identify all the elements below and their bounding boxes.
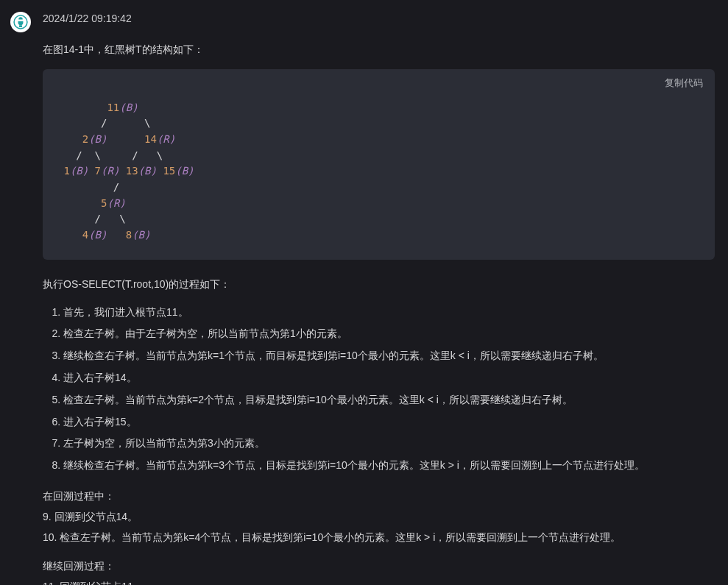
- list-item: 继续检查右子树。当前节点为第k=1个节点，而目标是找到第i=10个最小的元素。这…: [63, 347, 715, 365]
- tree-node-color: (B): [88, 229, 107, 241]
- list-item: 继续检查右子树。当前节点为第k=3个节点，目标是找到第i=10个最小的元素。这里…: [63, 457, 715, 475]
- tree-node-number: 1: [63, 165, 69, 177]
- backtrack-line: 9. 回溯到父节点14。: [43, 508, 715, 526]
- assistant-logo-icon: [13, 14, 29, 30]
- tree-node-color: (R): [101, 165, 119, 177]
- message-body: 在图14-1中，红黑树T的结构如下： 复制代码 11(B) / \ 2(B) 1…: [43, 41, 715, 585]
- intro-paragraph: 在图14-1中，红黑树T的结构如下：: [43, 41, 715, 59]
- exec-intro: 执行OS-SELECT(T.root,10)的过程如下：: [43, 276, 715, 294]
- tree-node-color: (R): [157, 133, 175, 145]
- backtrack-block-2: 继续回溯过程： 11. 回溯到父节点11。12. 检查左子树。当前节点为第k=5…: [43, 558, 715, 585]
- tree-node-number: 4: [82, 229, 88, 241]
- tree-node-number: 13: [126, 165, 138, 177]
- list-item: 检查左子树。当前节点为第k=2个节点，目标是找到第i=10个最小的元素。这里k …: [63, 391, 715, 409]
- tree-node-number: 2: [82, 133, 88, 145]
- assistant-message: 2024/1/22 09:19:42 在图14-1中，红黑树T的结构如下： 复制…: [0, 0, 728, 585]
- copy-code-button[interactable]: 复制代码: [665, 77, 703, 90]
- code-content: 11(B) / \ 2(B) 14(R) / \ / \ 1(B) 7(R) 1…: [57, 100, 700, 244]
- backtrack-line: 10. 检查左子树。当前节点为第k=4个节点，目标是找到第i=10个最小的元素。…: [43, 529, 715, 547]
- backtrack-title: 在回溯过程中：: [43, 488, 715, 506]
- svg-rect-1: [19, 25, 22, 27]
- backtrack-line: 11. 回溯到父节点11。: [43, 578, 715, 585]
- tree-node-color: (B): [138, 165, 157, 177]
- backtrack-block-1: 在回溯过程中： 9. 回溯到父节点14。10. 检查左子树。当前节点为第k=4个…: [43, 488, 715, 546]
- list-item: 左子树为空，所以当前节点为第3小的元素。: [63, 435, 715, 453]
- code-block: 复制代码 11(B) / \ 2(B) 14(R) / \ / \ 1(B) 7…: [43, 69, 715, 260]
- list-item: 进入右子树15。: [63, 414, 715, 431]
- tree-node-number: 11: [107, 102, 119, 113]
- steps-list: 首先，我们进入根节点11。检查左子树。由于左子树为空，所以当前节点为第1小的元素…: [43, 304, 715, 475]
- tree-node-color: (B): [132, 229, 150, 241]
- message-content: 2024/1/22 09:19:42 在图14-1中，红黑树T的结构如下： 复制…: [43, 10, 715, 585]
- tree-node-number: 8: [126, 229, 132, 241]
- tree-node-number: 7: [95, 165, 101, 177]
- tree-node-color: (B): [70, 165, 88, 177]
- tree-node-number: 15: [163, 165, 175, 177]
- avatar: [10, 12, 31, 32]
- backtrack-title: 继续回溯过程：: [43, 558, 715, 575]
- tree-node-color: (B): [175, 165, 194, 177]
- timestamp: 2024/1/22 09:19:42: [43, 10, 715, 28]
- tree-node-color: (B): [119, 102, 138, 113]
- tree-node-number: 14: [144, 133, 157, 145]
- tree-node-color: (B): [88, 133, 107, 145]
- list-item: 进入右子树14。: [63, 369, 715, 387]
- tree-node-color: (R): [107, 197, 125, 209]
- list-item: 检查左子树。由于左子树为空，所以当前节点为第1小的元素。: [63, 325, 715, 343]
- list-item: 首先，我们进入根节点11。: [63, 304, 715, 322]
